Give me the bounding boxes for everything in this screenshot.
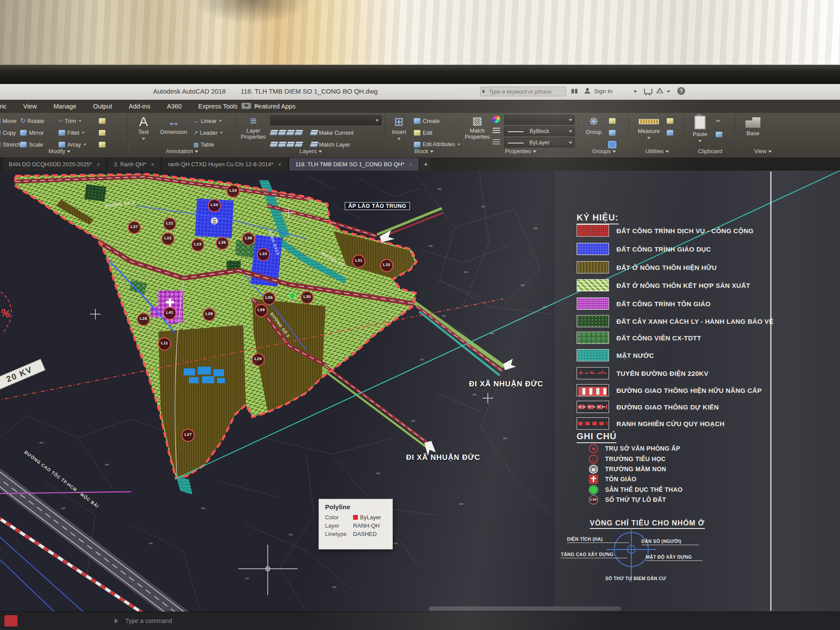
sign-in-caret-icon[interactable] — [634, 91, 637, 93]
linear-button[interactable]: ↔Linear — [193, 115, 222, 126]
layer-on-icon[interactable] — [270, 142, 278, 147]
layer-tool-icons-row1[interactable] — [270, 127, 304, 138]
horizontal-scrollbar[interactable] — [429, 606, 621, 611]
layer-lock-icon[interactable] — [294, 130, 303, 135]
measure-button[interactable]: Measure — [634, 115, 663, 141]
group-edit-button[interactable] — [609, 127, 618, 138]
file-tab-1[interactable]: BAN DO DCQHSDD 2020-2025*✕ — [3, 158, 107, 171]
layer-off-icon[interactable] — [270, 130, 278, 135]
layer-unlock-icon[interactable] — [294, 142, 303, 147]
command-bar[interactable]: Type a command — [0, 612, 840, 630]
measure-icon — [639, 119, 659, 124]
group-icon: ❋ — [582, 115, 606, 129]
swatch-study-boundary — [577, 417, 609, 430]
close-icon[interactable]: ✕ — [409, 162, 413, 167]
panel-label-utilities[interactable]: Utilities — [631, 148, 683, 154]
logo-caret-icon[interactable] — [667, 91, 670, 93]
base-button[interactable]: Base — [740, 115, 766, 136]
quick-calc-button[interactable] — [667, 115, 676, 126]
sign-in-button[interactable]: Sign In — [594, 88, 612, 94]
edit-block-button[interactable]: Edit — [414, 127, 432, 138]
polyline-tooltip: Polyline ColorByLayer LayerRANH-QH Linet… — [318, 499, 393, 550]
command-app-icon — [4, 615, 18, 626]
file-tab-3[interactable]: ranh QH CTXD Huyen Cu Chi 12-8-2014*✕ — [162, 158, 288, 171]
panel-label-block[interactable]: Block — [387, 148, 461, 154]
panel-label-annotation[interactable]: Annotation — [130, 148, 234, 154]
object-color-dropdown[interactable] — [504, 115, 575, 125]
move-button[interactable]: Move — [0, 115, 17, 126]
layer-thaw-icon[interactable] — [286, 142, 295, 147]
search-icon[interactable] — [571, 88, 578, 95]
cut-button[interactable]: ✂ — [716, 115, 721, 126]
rotate-button[interactable]: ↻Rotate — [20, 115, 44, 126]
ribbon-tab-addins[interactable]: Add-ins — [120, 103, 158, 110]
swatch-road-planned — [577, 401, 609, 413]
stretch-icon — [0, 142, 0, 147]
ribbon-tab-featured-apps[interactable]: Featured Apps — [246, 103, 304, 110]
match-properties-button[interactable]: ▨ Match Properties — [464, 114, 491, 140]
panel-label-groups[interactable]: Groups — [580, 148, 628, 154]
fillet-button[interactable]: Fillet — [59, 127, 85, 138]
layer-select-dropdown[interactable] — [270, 116, 382, 125]
file-tab-4-active[interactable]: 118. TLH TMB DIEM SO 1_CONG BO QH*✕ — [289, 158, 419, 171]
erase-button[interactable] — [99, 115, 108, 126]
legend-item: ĐẤT CÔNG TRÌNH GIÁO DỤC — [577, 242, 711, 256]
dimension-button[interactable]: ↔ Dimension — [157, 115, 191, 135]
ribbon-collapse-caret-icon[interactable] — [256, 105, 259, 108]
panel-label-view[interactable]: View — [737, 148, 789, 154]
layer-isolate-icon[interactable] — [278, 130, 287, 135]
new-drawing-tab-button[interactable]: + — [420, 158, 432, 171]
id-point-button[interactable] — [667, 127, 676, 138]
layer-unisolate-icon[interactable] — [278, 142, 287, 147]
close-icon[interactable]: ✕ — [150, 162, 154, 167]
insert-button[interactable]: ⊞ Insert — [388, 115, 410, 142]
window-curtain-background — [0, 0, 840, 65]
linetype-dropdown[interactable]: ByLayer — [504, 138, 575, 147]
store-cart-icon[interactable] — [644, 89, 652, 94]
ribbon-tab-view[interactable]: View — [15, 103, 45, 110]
layer-properties-button[interactable]: ≡ Layer Properties — [238, 114, 269, 140]
group-button[interactable]: ❋ Group — [582, 115, 606, 135]
ribbon-collapse-icon[interactable] — [242, 103, 251, 109]
copy-icon — [0, 130, 0, 136]
trim-button[interactable]: -∕-Trim — [59, 115, 82, 126]
legend-item: MẶT NƯỚC — [577, 349, 654, 362]
help-search-input[interactable]: Type a keyword or phrase — [480, 87, 566, 96]
make-current-button[interactable]: Make Current — [311, 127, 354, 138]
panel-label-layers[interactable]: Layers — [237, 148, 384, 154]
ribbon-tab-a360[interactable]: A360 — [158, 103, 190, 110]
swatch-power-line — [577, 367, 609, 379]
create-block-button[interactable]: Create — [414, 115, 440, 126]
file-tab-2[interactable]: 2. Ranh QH*✕ — [108, 158, 161, 171]
command-prompt-text[interactable]: Type a command — [125, 617, 172, 624]
mirror-button[interactable]: Mirror — [20, 127, 44, 138]
copy-button[interactable]: Copy — [0, 127, 16, 138]
panel-label-modify[interactable]: Modify — [0, 148, 125, 154]
text-button[interactable]: A Text — [133, 115, 154, 142]
layer-freeze-icon[interactable] — [286, 130, 295, 135]
lot-circle: L26 — [137, 313, 150, 326]
lineweight-icon — [493, 128, 500, 134]
explode-button[interactable] — [99, 127, 108, 138]
lineweight-dropdown[interactable]: ByBlock — [504, 126, 575, 136]
diagram-inner-circle — [627, 545, 636, 554]
a360-logo-icon[interactable] — [656, 88, 663, 93]
swatch-green-buffer — [577, 315, 609, 327]
ribbon-tab-parametric[interactable]: Parametric — [0, 103, 15, 110]
panel-label-properties[interactable]: Properties — [464, 148, 578, 154]
ribbon-tab-output[interactable]: Output — [85, 103, 121, 110]
help-icon[interactable]: ? — [677, 87, 685, 95]
quick-calc-icon — [667, 118, 673, 124]
search-go-icon[interactable] — [483, 89, 485, 94]
paste-button[interactable]: Paste — [689, 115, 711, 144]
lot-circle: L55 — [262, 292, 276, 305]
ribbon-tab-express-tools[interactable]: Express Tools — [190, 103, 246, 110]
close-icon[interactable]: ✕ — [96, 162, 100, 167]
legend-title: KÝ HIỆU: — [577, 213, 619, 224]
drawing-canvas[interactable]: ẤP LÀO TẢO TRUNG ĐI XÃ NHUẬN ĐỨC ĐI XÃ N… — [0, 171, 840, 612]
copy-clip-button[interactable] — [716, 129, 724, 140]
close-icon[interactable]: ✕ — [278, 162, 282, 167]
ungroup-button[interactable] — [609, 115, 618, 126]
ribbon-tab-manage[interactable]: Manage — [45, 103, 84, 110]
leader-button[interactable]: ↗Leader — [193, 127, 223, 138]
